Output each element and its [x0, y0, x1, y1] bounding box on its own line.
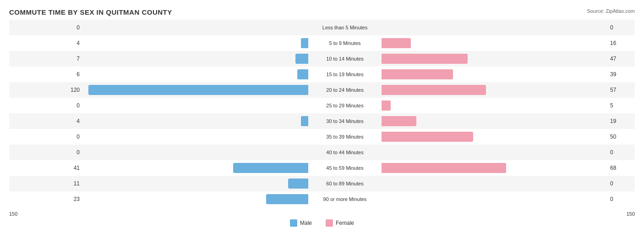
bars-center: 10 to 14 Minutes — [82, 51, 607, 67]
legend-female: Female — [326, 219, 354, 227]
table-row: 7 10 to 14 Minutes 47 — [9, 51, 635, 67]
bar-female — [382, 54, 468, 64]
table-row: 0 35 to 39 Minutes 50 — [9, 129, 635, 145]
row-label: 45 to 59 Minutes — [308, 165, 382, 171]
left-bar-container — [82, 147, 308, 157]
female-value: 50 — [607, 134, 635, 140]
bar-male — [266, 194, 308, 204]
legend-male: Male — [290, 219, 312, 227]
bar-pair: 45 to 59 Minutes — [82, 163, 607, 173]
row-label: 40 to 44 Minutes — [308, 150, 382, 155]
left-bar-container — [82, 116, 308, 126]
left-bar-container — [82, 38, 308, 48]
chart-container: COMMUTE TIME BY SEX IN QUITMAN COUNTY So… — [0, 0, 644, 240]
bar-male — [297, 69, 308, 79]
bar-female — [382, 163, 506, 173]
bars-center: 90 or more Minutes — [82, 191, 607, 207]
bar-pair: 25 to 29 Minutes — [82, 100, 607, 111]
female-value: 68 — [607, 165, 635, 171]
male-value: 4 — [9, 118, 82, 124]
right-bar-container — [382, 163, 607, 173]
row-label: 5 to 9 Minutes — [308, 40, 382, 46]
right-bar-container — [382, 38, 607, 48]
row-label: 60 to 89 Minutes — [308, 181, 382, 186]
left-bar-container — [82, 54, 308, 64]
right-bar-container — [382, 194, 607, 204]
bar-pair: 10 to 14 Minutes — [82, 54, 607, 64]
female-value: 0 — [607, 149, 635, 156]
male-value: 11 — [9, 180, 82, 187]
bars-center: 20 to 24 Minutes — [82, 82, 607, 98]
male-value: 0 — [9, 134, 82, 140]
chart-area: 0 Less than 5 Minutes 0 4 — [9, 20, 635, 210]
female-value: 39 — [607, 71, 635, 78]
bar-pair: 90 or more Minutes — [82, 194, 607, 204]
bars-center: 25 to 29 Minutes — [82, 98, 607, 113]
bar-male — [301, 116, 308, 126]
bar-male — [233, 163, 308, 173]
left-bar-container — [82, 22, 308, 33]
female-value: 57 — [607, 87, 635, 93]
table-row: 23 90 or more Minutes 0 — [9, 191, 635, 207]
bars-center: 60 to 89 Minutes — [82, 176, 607, 191]
right-bar-container — [382, 85, 607, 95]
legend: Male Female — [9, 219, 635, 227]
bar-pair: 15 to 19 Minutes — [82, 69, 607, 79]
left-bar-container — [82, 69, 308, 79]
bar-female — [382, 85, 486, 95]
row-label: 10 to 14 Minutes — [308, 56, 382, 61]
bar-pair: 30 to 34 Minutes — [82, 116, 607, 126]
male-value: 0 — [9, 102, 82, 109]
bar-female — [382, 132, 473, 142]
bars-center: 40 to 44 Minutes — [82, 145, 607, 160]
bar-pair: 20 to 24 Minutes — [82, 85, 607, 95]
left-bar-container — [82, 100, 308, 111]
female-value: 0 — [607, 196, 635, 202]
right-bar-container — [382, 100, 607, 111]
left-bar-container — [82, 179, 308, 189]
table-row: 4 30 to 34 Minutes 19 — [9, 113, 635, 129]
right-bar-container — [382, 116, 607, 126]
male-value: 120 — [9, 87, 82, 93]
row-label: 25 to 29 Minutes — [308, 103, 382, 108]
row-label: 20 to 24 Minutes — [308, 87, 382, 93]
female-value: 0 — [607, 24, 635, 31]
female-value: 0 — [607, 180, 635, 187]
left-bar-container — [82, 85, 308, 95]
right-bar-container — [382, 179, 607, 189]
female-value: 16 — [607, 40, 635, 46]
bars-center: 35 to 39 Minutes — [82, 129, 607, 145]
bar-pair: 5 to 9 Minutes — [82, 38, 607, 48]
table-row: 41 45 to 59 Minutes 68 — [9, 160, 635, 176]
male-value: 41 — [9, 165, 82, 171]
row-label: 90 or more Minutes — [308, 196, 382, 202]
bars-center: Less than 5 Minutes — [82, 20, 607, 35]
row-label: Less than 5 Minutes — [308, 25, 382, 30]
legend-female-label: Female — [336, 220, 354, 226]
male-value: 4 — [9, 40, 82, 46]
legend-female-box — [326, 219, 333, 227]
right-bar-container — [382, 147, 607, 157]
bars-center: 45 to 59 Minutes — [82, 160, 607, 176]
male-value: 7 — [9, 56, 82, 62]
right-bar-container — [382, 22, 607, 33]
bars-center: 30 to 34 Minutes — [82, 113, 607, 129]
legend-male-label: Male — [300, 220, 312, 226]
bar-female — [382, 116, 416, 126]
bars-center: 15 to 19 Minutes — [82, 67, 607, 82]
bars-center: 5 to 9 Minutes — [82, 35, 607, 51]
bar-pair: 60 to 89 Minutes — [82, 179, 607, 189]
legend-male-box — [290, 219, 297, 227]
right-bar-container — [382, 132, 607, 142]
chart-title: COMMUTE TIME BY SEX IN QUITMAN COUNTY — [9, 8, 635, 16]
table-row: 120 20 to 24 Minutes 57 — [9, 82, 635, 98]
table-row: 0 Less than 5 Minutes 0 — [9, 20, 635, 35]
bar-male — [295, 54, 308, 64]
left-bar-container — [82, 163, 308, 173]
table-row: 0 25 to 29 Minutes 5 — [9, 98, 635, 113]
table-row: 4 5 to 9 Minutes 16 — [9, 35, 635, 51]
female-value: 19 — [607, 118, 635, 124]
right-bar-container — [382, 69, 607, 79]
table-row: 0 40 to 44 Minutes 0 — [9, 145, 635, 160]
bar-pair: Less than 5 Minutes — [82, 22, 607, 33]
